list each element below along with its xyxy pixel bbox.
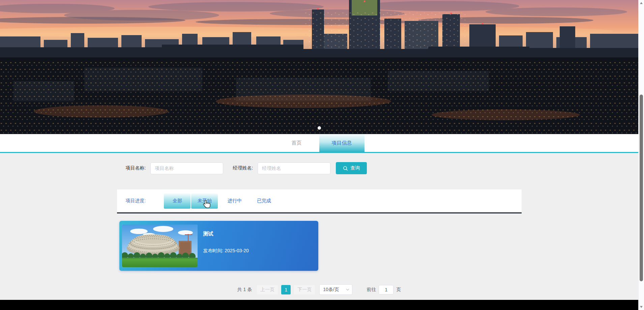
publish-time-date: 2025-03-20 (225, 248, 249, 253)
carousel-dot[interactable] (318, 126, 321, 130)
goto-label: 前往 (367, 287, 376, 293)
project-name-input[interactable] (150, 162, 223, 174)
page-number-1[interactable]: 1 (281, 285, 291, 294)
search-icon (343, 166, 348, 171)
tab-home[interactable]: 首页 (274, 134, 319, 152)
project-card-body: 测试 发布时间: 2025-03-20 (203, 225, 249, 267)
footer-bar (0, 300, 638, 310)
total-count: 共 1 条 (237, 287, 252, 293)
filter-option-completed[interactable]: 已完成 (251, 193, 277, 209)
query-button[interactable]: 查询 (336, 162, 367, 174)
next-page-button[interactable]: 下一页 (294, 285, 315, 294)
hero-banner (0, 0, 638, 134)
nav-tab-bar: 首页 项目信息 (0, 134, 638, 153)
filter-label: 项目进度: (126, 198, 146, 204)
search-form: 项目名称: 经理姓名: 查询 (117, 153, 522, 174)
filter-panel: 项目进度: 全部 未开始 进行中 已完成 (117, 189, 522, 213)
manager-name-label: 经理姓名: (233, 165, 253, 171)
scroll-down-arrow-icon[interactable] (640, 306, 643, 308)
project-title: 测试 (203, 231, 249, 237)
publish-time-label: 发布时间: (203, 248, 224, 253)
goto-page: 前往 页 (367, 285, 401, 294)
manager-name-input[interactable] (258, 162, 330, 174)
project-thumbnail (122, 225, 198, 267)
publish-time: 发布时间: 2025-03-20 (203, 248, 249, 254)
project-card[interactable]: 测试 发布时间: 2025-03-20 (119, 221, 318, 271)
query-button-label: 查询 (350, 165, 360, 171)
page-size-select[interactable]: 10条/页 (319, 284, 352, 295)
pagination: 共 1 条 上一页 1 下一页 10条/页 前往 页 (117, 284, 522, 295)
filter-option-not-started[interactable]: 未开始 (191, 193, 218, 209)
scrollbar[interactable] (638, 0, 644, 310)
scroll-up-arrow-icon[interactable] (640, 2, 643, 4)
goto-unit: 页 (396, 287, 401, 293)
tab-project-info[interactable]: 项目信息 (319, 134, 364, 152)
page-size-value: 10条/页 (323, 287, 339, 293)
filter-option-in-progress[interactable]: 进行中 (221, 193, 248, 209)
chevron-down-icon (346, 288, 349, 291)
main-content: 项目名称: 经理姓名: 查询 项目进度: 全部 未开始 进行中 已完成 (0, 153, 638, 300)
filter-option-all[interactable]: 全部 (164, 193, 191, 209)
project-name-label: 项目名称: (126, 165, 146, 171)
scrollbar-thumb[interactable] (640, 95, 643, 281)
city-skyline-image (0, 0, 638, 134)
prev-page-button[interactable]: 上一页 (257, 285, 278, 294)
goto-page-input[interactable] (379, 285, 393, 294)
campus-building-image (122, 225, 198, 267)
